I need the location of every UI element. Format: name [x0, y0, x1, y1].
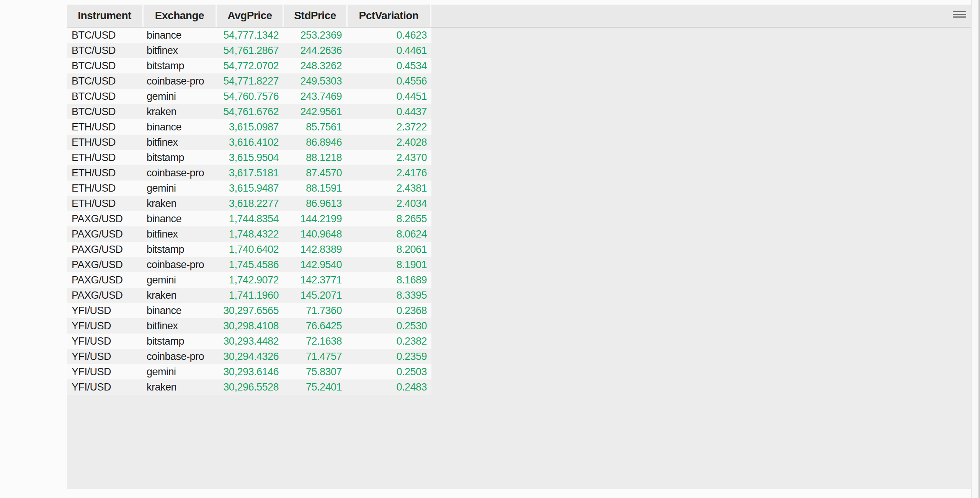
cell-exchange: bitfinex	[144, 318, 217, 334]
table-row: ETH/USDbitstamp3,615.950488.12182.4370	[67, 150, 431, 165]
cell-instrument: YFI/USD	[67, 303, 144, 318]
table-row: PAXG/USDbinance1,744.8354144.21998.2655	[67, 211, 431, 226]
cell-avg: 54,771.8227	[217, 73, 284, 89]
cell-exchange: gemini	[144, 364, 217, 379]
table-row: ETH/USDkraken3,618.227786.96132.4034	[67, 196, 431, 211]
cell-std: 144.2199	[284, 211, 348, 226]
table-row: PAXG/USDcoinbase-pro1,745.4586142.95408.…	[67, 257, 431, 272]
cell-exchange: gemini	[144, 89, 217, 104]
cell-exchange: binance	[144, 119, 217, 135]
column-header-stdprice: StdPrice	[284, 5, 348, 27]
cell-exchange: binance	[144, 28, 217, 43]
table-body: BTC/USDbinance54,777.1342253.23690.4623B…	[67, 28, 431, 395]
menu-button[interactable]	[949, 8, 969, 21]
cell-exchange: coinbase-pro	[144, 165, 217, 181]
cell-avg: 30,298.4108	[217, 318, 284, 334]
cell-instrument: ETH/USD	[67, 181, 144, 196]
cell-avg: 54,760.7576	[217, 89, 284, 104]
table-row: ETH/USDcoinbase-pro3,617.518187.45702.41…	[67, 165, 431, 181]
cell-std: 142.3771	[284, 272, 348, 288]
column-header-avgprice: AvgPrice	[217, 5, 284, 27]
cell-exchange: kraken	[144, 196, 217, 211]
cell-pct: 0.2503	[348, 364, 431, 379]
cell-std: 142.8389	[284, 242, 348, 257]
cell-instrument: ETH/USD	[67, 135, 144, 150]
cell-avg: 54,761.6762	[217, 104, 284, 119]
cell-pct: 0.2530	[348, 318, 431, 334]
cell-std: 140.9648	[284, 226, 348, 242]
scrollbar-track[interactable]	[971, 0, 980, 498]
cell-avg: 1,745.4586	[217, 257, 284, 272]
app-window: Instrument Exchange AvgPrice StdPrice Pc…	[0, 0, 980, 498]
cell-exchange: bitstamp	[144, 334, 217, 349]
cell-avg: 54,761.2867	[217, 43, 284, 58]
cell-avg: 3,615.9487	[217, 181, 284, 196]
cell-avg: 54,777.1342	[217, 28, 284, 43]
cell-exchange: kraken	[144, 379, 217, 395]
cell-std: 86.8946	[284, 135, 348, 150]
cell-avg: 3,615.0987	[217, 119, 284, 135]
cell-instrument: PAXG/USD	[67, 288, 144, 303]
cell-pct: 8.2655	[348, 211, 431, 226]
cell-pct: 2.4176	[348, 165, 431, 181]
cell-std: 72.1638	[284, 334, 348, 349]
cell-std: 71.4757	[284, 349, 348, 364]
table-row: ETH/USDgemini3,615.948788.15912.4381	[67, 181, 431, 196]
cell-avg: 3,615.9504	[217, 150, 284, 165]
cell-pct: 8.1689	[348, 272, 431, 288]
cell-pct: 8.1901	[348, 257, 431, 272]
cell-std: 86.9613	[284, 196, 348, 211]
cell-exchange: gemini	[144, 272, 217, 288]
cell-exchange: bitfinex	[144, 135, 217, 150]
cell-pct: 2.4028	[348, 135, 431, 150]
cell-pct: 8.0624	[348, 226, 431, 242]
column-header-exchange: Exchange	[144, 5, 217, 27]
table-row: BTC/USDbitstamp54,772.0702248.32620.4534	[67, 58, 431, 73]
cell-exchange: bitfinex	[144, 226, 217, 242]
cell-instrument: ETH/USD	[67, 119, 144, 135]
cell-pct: 0.2368	[348, 303, 431, 318]
cell-std: 88.1218	[284, 150, 348, 165]
cell-exchange: coinbase-pro	[144, 257, 217, 272]
cell-std: 145.2071	[284, 288, 348, 303]
cell-pct: 2.4034	[348, 196, 431, 211]
cell-avg: 30,294.4326	[217, 349, 284, 364]
table-row: YFI/USDcoinbase-pro30,294.432671.47570.2…	[67, 349, 431, 364]
cell-pct: 0.4556	[348, 73, 431, 89]
cell-instrument: BTC/USD	[67, 89, 144, 104]
cell-std: 248.3262	[284, 58, 348, 73]
cell-exchange: coinbase-pro	[144, 73, 217, 89]
cell-instrument: BTC/USD	[67, 28, 144, 43]
table-row: BTC/USDcoinbase-pro54,771.8227249.53030.…	[67, 73, 431, 89]
cell-instrument: ETH/USD	[67, 196, 144, 211]
cell-avg: 1,748.4322	[217, 226, 284, 242]
cell-pct: 0.4451	[348, 89, 431, 104]
cell-avg: 3,616.4102	[217, 135, 284, 150]
cell-std: 242.9561	[284, 104, 348, 119]
cell-instrument: YFI/USD	[67, 349, 144, 364]
cell-instrument: YFI/USD	[67, 318, 144, 334]
cell-exchange: bitstamp	[144, 150, 217, 165]
cell-pct: 0.2483	[348, 379, 431, 395]
cell-pct: 0.2359	[348, 349, 431, 364]
cell-instrument: YFI/USD	[67, 334, 144, 349]
table-row: PAXG/USDbitfinex1,748.4322140.96488.0624	[67, 226, 431, 242]
cell-avg: 1,744.8354	[217, 211, 284, 226]
cell-instrument: PAXG/USD	[67, 242, 144, 257]
cell-std: 244.2636	[284, 43, 348, 58]
cell-instrument: BTC/USD	[67, 58, 144, 73]
cell-std: 243.7469	[284, 89, 348, 104]
table-row: YFI/USDgemini30,293.614675.83070.2503	[67, 364, 431, 379]
cell-exchange: bitfinex	[144, 43, 217, 58]
table-row: BTC/USDbitfinex54,761.2867244.26360.4461	[67, 43, 431, 58]
table-row: BTC/USDbinance54,777.1342253.23690.4623	[67, 28, 431, 43]
cell-avg: 30,293.4482	[217, 334, 284, 349]
cell-exchange: kraken	[144, 288, 217, 303]
cell-instrument: ETH/USD	[67, 150, 144, 165]
cell-avg: 3,618.2277	[217, 196, 284, 211]
cell-pct: 0.4534	[348, 58, 431, 73]
table-row: PAXG/USDkraken1,741.1960145.20718.3395	[67, 288, 431, 303]
cell-std: 142.9540	[284, 257, 348, 272]
cell-instrument: PAXG/USD	[67, 211, 144, 226]
cell-std: 76.6425	[284, 318, 348, 334]
